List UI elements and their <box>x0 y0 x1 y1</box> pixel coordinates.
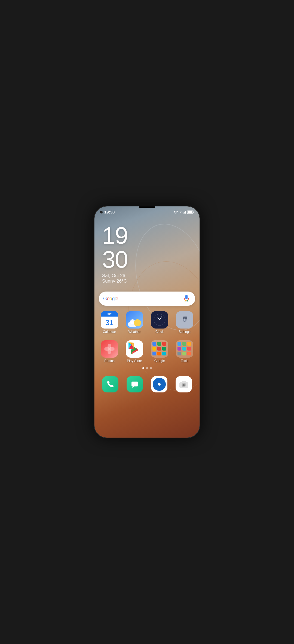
app-grid-row2: Photos <box>94 338 200 365</box>
wifi-icon <box>173 210 178 214</box>
google-search-bar[interactable]: Google <box>99 292 195 306</box>
playstore-icon <box>126 340 143 358</box>
app-grid: OCT 31 Calendar Weather <box>94 309 200 336</box>
page-indicators <box>94 367 200 369</box>
record-disc <box>153 378 166 391</box>
clock-hour: 19 <box>102 224 192 247</box>
tools-app-2 <box>182 342 186 346</box>
svg-rect-6 <box>193 211 194 213</box>
tools-app-8 <box>182 352 186 355</box>
svg-point-26 <box>185 383 186 384</box>
folder-app-3 <box>162 342 166 346</box>
tools-app-1 <box>177 342 181 346</box>
notch <box>139 206 155 208</box>
tools-app-4 <box>177 347 181 351</box>
svg-point-19 <box>108 348 111 350</box>
photos-icon <box>101 340 118 358</box>
calendar-label: Calendar <box>103 330 116 334</box>
svg-text:5G: 5G <box>180 211 182 213</box>
dock <box>94 373 200 397</box>
google-mic-icon[interactable] <box>182 294 191 303</box>
svg-point-25 <box>183 384 185 386</box>
app-item-photos[interactable]: Photos <box>98 338 121 365</box>
svg-rect-7 <box>185 295 188 299</box>
tools-label: Tools <box>181 359 188 363</box>
google-folder-icon <box>151 340 168 358</box>
folder-app-6 <box>162 347 166 351</box>
calendar-day: 31 <box>106 317 114 329</box>
svg-rect-1 <box>183 212 184 213</box>
phone-icon <box>102 376 118 392</box>
clock-face <box>153 314 166 326</box>
svg-point-12 <box>159 319 160 320</box>
weather-icon <box>126 311 143 329</box>
folder-app-4 <box>152 347 156 351</box>
clock-minute: 30 <box>102 247 192 271</box>
google-logo-G: G <box>103 296 107 301</box>
folder-app-8 <box>157 352 161 355</box>
google-logo-o2: o <box>109 296 112 301</box>
tools-app-7 <box>177 352 181 355</box>
photos-label: Photos <box>104 359 114 363</box>
tools-icon <box>176 340 193 358</box>
dock-item-camera[interactable] <box>172 376 195 392</box>
clock-display: 19 30 <box>102 224 192 271</box>
app-item-playstore[interactable]: Play Store <box>123 338 146 365</box>
svg-rect-5 <box>188 211 192 213</box>
app-item-calendar[interactable]: OCT 31 Calendar <box>98 309 121 336</box>
camera-icon <box>176 376 192 392</box>
battery-icon <box>187 210 194 214</box>
svg-rect-20 <box>131 382 138 386</box>
dock-item-messages[interactable] <box>123 376 146 392</box>
svg-rect-22 <box>182 381 186 383</box>
weather-label: Weather <box>128 330 140 334</box>
phone-frame: 19:30 5G <box>94 206 200 438</box>
svg-point-14 <box>184 319 185 321</box>
settings-label: Settings <box>179 330 190 334</box>
svg-rect-3 <box>185 211 186 213</box>
svg-line-11 <box>160 316 162 320</box>
signal-icon: 5G <box>180 210 186 214</box>
status-left: 19:30 <box>100 210 115 214</box>
tools-app-6 <box>187 347 191 351</box>
clock-weather: Sunny 26°C <box>102 278 192 284</box>
app-item-tools[interactable]: Tools <box>173 338 196 365</box>
clock-date: Sat, Oct 26 <box>102 273 192 278</box>
clock-widget: 19 30 Sat, Oct 26 Sunny 26°C <box>94 215 200 287</box>
tools-grid <box>176 340 193 358</box>
folder-app-9 <box>162 352 166 355</box>
playstore-label: Play Store <box>127 359 142 363</box>
google-logo: Google <box>103 296 118 302</box>
settings-icon <box>176 311 193 329</box>
folder-app-5 <box>157 347 161 351</box>
svg-rect-2 <box>184 212 185 213</box>
dock-item-music[interactable] <box>148 376 171 392</box>
front-camera <box>100 211 103 213</box>
app-item-clock[interactable]: Clock <box>148 309 171 336</box>
page-dot-3[interactable] <box>150 367 152 369</box>
folder-app-7 <box>152 352 156 355</box>
weather-sun <box>134 319 141 326</box>
calendar-month: OCT <box>101 311 118 317</box>
tools-app-5 <box>182 347 186 351</box>
google-logo-g: g <box>112 296 115 301</box>
dock-item-phone[interactable] <box>99 376 122 392</box>
page-dot-1[interactable] <box>142 367 144 369</box>
tools-app-3 <box>187 342 191 346</box>
record-center <box>157 382 161 386</box>
messages-icon <box>127 376 143 392</box>
google-folder-label: Google <box>154 359 165 363</box>
clock-label: Clock <box>155 330 164 334</box>
app-item-weather[interactable]: Weather <box>123 309 146 336</box>
google-folder-grid <box>151 340 168 358</box>
folder-app-1 <box>152 342 156 346</box>
folder-app-2 <box>157 342 161 346</box>
clock-icon <box>151 311 168 329</box>
phone-screen: 19:30 5G <box>94 206 200 438</box>
app-item-google[interactable]: Google <box>148 338 171 365</box>
status-right: 5G <box>173 210 194 214</box>
page-dot-2[interactable] <box>146 367 148 369</box>
app-item-settings[interactable]: Settings <box>173 309 196 336</box>
google-logo-o1: o <box>107 296 110 301</box>
status-time: 19:30 <box>104 210 115 214</box>
